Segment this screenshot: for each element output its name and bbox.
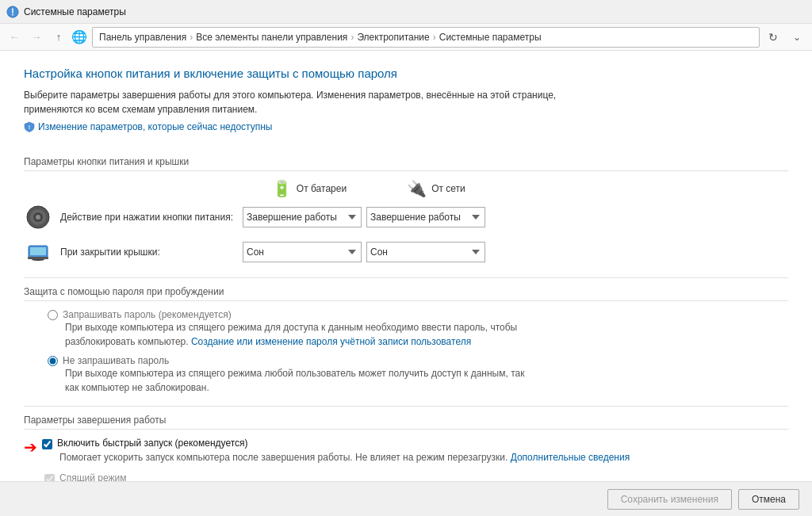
fast-startup-checkbox-row: Включить быстрый запуск (рекомендуется) [42,438,630,449]
forward-button[interactable]: → [27,28,46,47]
shutdown-section-header: Параметры завершения работы [24,415,788,430]
power-button-network-select[interactable]: Завершение работы Сон Гибернация Ничего … [366,207,485,227]
more-info-link[interactable]: Дополнительные сведения [511,452,630,463]
window-icon [6,6,19,18]
battery-icon: 🔋 [272,179,292,198]
power-button-battery-select[interactable]: Завершение работы Сон Гибернация Ничего … [243,207,362,227]
lid-close-label: При закрытии крышки: [60,246,243,259]
shutdown-section: ➔ Включить быстрый запуск (рекомендуется… [24,438,788,481]
ask-password-radio[interactable] [48,310,58,320]
breadcrumb-item-1[interactable]: Панель управления [99,32,186,43]
no-password-option: Не запрашивать пароль При выходе компьют… [48,355,788,395]
up-button[interactable]: ↑ [49,28,68,47]
no-password-desc: При выходе компьютера из спящего режима … [65,366,525,395]
breadcrumb-item-3[interactable]: Электропитание [357,32,429,43]
svg-rect-7 [30,247,46,255]
lid-icon [24,238,52,266]
separator-1 [24,277,788,278]
page-title: Настройка кнопок питания и включение защ… [24,67,788,80]
location-icon: 🌐 [71,29,87,44]
red-arrow-icon: ➔ [24,438,37,457]
sleep-checkbox[interactable] [44,474,55,481]
battery-column-header: 🔋 От батареи [246,179,373,198]
power-buttons-section-header: Параметры кнопки питания и крышки [24,156,788,171]
lid-close-controls: Сон Завершение работы Гибернация Ничего … [243,242,490,262]
fast-startup-row: ➔ Включить быстрый запуск (рекомендуется… [24,438,788,471]
title-bar: Системные параметры [0,0,812,24]
separator-2 [24,406,788,407]
sleep-checkbox-row: Спящий режим [44,472,788,481]
svg-point-5 [36,215,40,220]
back-button[interactable]: ← [5,28,24,47]
address-bar: ← → ↑ 🌐 Панель управления › Все элементы… [0,24,812,51]
password-link[interactable]: Создание или изменение пароля учётной за… [191,336,471,347]
svg-text:!: ! [29,124,30,130]
plug-icon: 🔌 [407,179,427,198]
save-button[interactable]: Сохранить изменения [607,489,732,510]
ask-password-option: Запрашивать пароль (рекомендуется) При в… [48,309,788,349]
breadcrumb-item-2[interactable]: Все элементы панели управления [196,32,347,43]
window-title: Системные параметры [24,6,126,17]
no-password-radio[interactable] [48,356,58,366]
fast-startup-label: Включить быстрый запуск (рекомендуется) [57,438,248,449]
fast-startup-checkbox[interactable] [42,439,52,449]
column-headers: 🔋 От батареи 🔌 От сети [246,179,788,198]
password-radio-group: Запрашивать пароль (рекомендуется) При в… [48,309,788,395]
power-button-icon [24,203,52,231]
power-button-controls: Завершение работы Сон Гибернация Ничего … [243,207,490,227]
power-button-label: Действие при нажатии кнопки питания: [60,211,243,224]
ask-password-desc: При выходе компьютера из спящего режима … [65,320,525,349]
fast-startup-desc: Помогает ускорить запуск компьютера посл… [59,451,630,464]
ask-password-label[interactable]: Запрашивать пароль (рекомендуется) [48,309,788,320]
lid-close-row: При закрытии крышки: Сон Завершение рабо… [24,238,788,266]
breadcrumb: Панель управления › Все элементы панели … [92,27,760,48]
power-buttons-grid: 🔋 От батареи 🔌 От сети Действие при нажа… [24,179,788,266]
sleep-row: Спящий режим Отображать в меню завершени… [24,472,788,481]
cancel-button[interactable]: Отмена [738,489,799,510]
sleep-label: Спящий режим [59,472,126,481]
unavailable-link[interactable]: ! Изменение параметров, которые сейчас н… [24,121,273,132]
shield-icon: ! [24,121,35,132]
no-password-label[interactable]: Не запрашивать пароль [48,355,788,366]
password-section: Запрашивать пароль (рекомендуется) При в… [24,309,788,395]
network-column-header: 🔌 От сети [373,179,500,198]
svg-rect-8 [28,257,48,259]
refresh-button[interactable]: ↻ [763,27,783,48]
footer: Сохранить изменения Отмена [0,481,812,516]
password-section-header: Защита с помощью пароля при пробуждении [24,286,788,301]
lid-battery-select[interactable]: Сон Завершение работы Гибернация Ничего … [243,242,362,262]
page-description: Выберите параметры завершения работы для… [24,88,563,117]
main-content: Настройка кнопок питания и включение защ… [0,51,812,481]
breadcrumb-item-4[interactable]: Системные параметры [439,32,542,43]
lid-network-select[interactable]: Сон Завершение работы Гибернация Ничего … [366,242,485,262]
search-button[interactable]: ⌄ [787,27,807,48]
power-button-row: Действие при нажатии кнопки питания: Зав… [24,203,788,231]
